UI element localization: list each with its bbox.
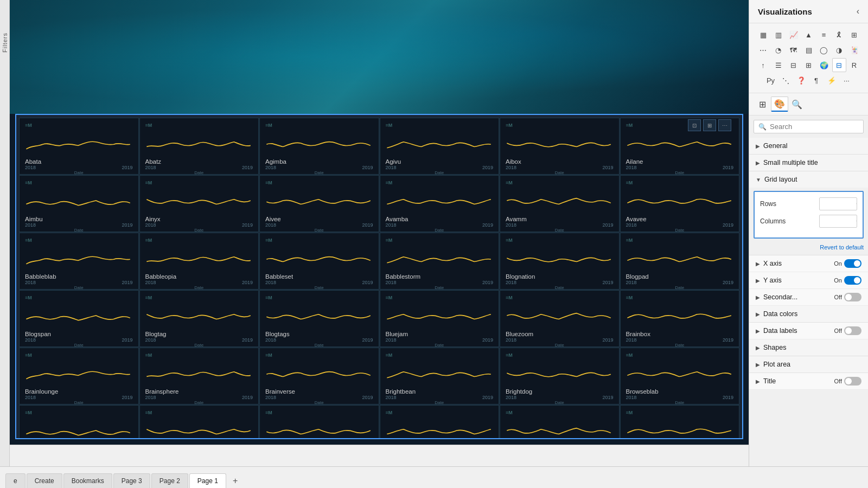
tab-page-3[interactable]: Page 3 (113, 473, 150, 488)
viz-container[interactable]: ⊡ ⊞ ⋯ ≡M Abata 2018 2019 Date (15, 114, 743, 439)
viz-icon-matrix[interactable]: ⊞ (802, 58, 816, 72)
viz-icon-slicer[interactable]: ☰ (771, 58, 786, 72)
section-shapes-header[interactable]: ▶ Shapes (749, 339, 868, 356)
viz-icon-py[interactable]: Py (764, 73, 778, 87)
title-toggle[interactable] (844, 377, 861, 386)
title-section-header[interactable]: ▶ Title (756, 377, 834, 385)
viz-cell[interactable]: ≡M Blogtag 2018 2019 Date (139, 290, 259, 347)
rows-spinbox[interactable]: ▲ ▼ (819, 197, 857, 210)
viz-icon-filledmap[interactable]: 🌍 (817, 58, 831, 72)
viz-icon-more[interactable]: ··· (840, 73, 854, 87)
tab-add-button[interactable]: + (227, 474, 243, 488)
dl-toggle[interactable] (844, 326, 861, 335)
viz-icon-smallmultiple[interactable]: ⊟ (832, 58, 846, 72)
analytics-icon[interactable]: 🔍 (788, 97, 806, 112)
section-general-header[interactable]: ▶ General (749, 138, 868, 154)
secondary-toggle[interactable] (844, 293, 861, 301)
viz-cell[interactable]: ≡M Agimba 2018 2019 Date (259, 118, 379, 175)
viz-cell[interactable]: ≡M Browsezoom 2018 2019 Date (500, 405, 620, 438)
viz-cell[interactable]: ≡M Brightdog 2018 2019 Date (500, 348, 620, 404)
fields-icon[interactable]: ⊞ (754, 97, 771, 112)
viz-cell[interactable]: ≡M Brainbox 2018 2019 Date (620, 290, 740, 347)
tab-page-1[interactable]: Page 1 (189, 473, 226, 488)
viz-cell[interactable]: ≡M Avavee 2018 2019 Date (620, 175, 740, 232)
viz-icon-donut[interactable]: ◯ (817, 43, 831, 57)
viz-icon-narrative[interactable]: ¶ (809, 73, 824, 87)
viz-cell[interactable]: ≡M Browsecat 2018 2019 Date (139, 405, 259, 438)
viz-icon-table[interactable]: ⊟ (787, 58, 801, 72)
viz-icon-decomp[interactable]: ⋱ (779, 73, 793, 87)
viz-cell[interactable]: ≡M Brightbean 2018 2019 Date (380, 348, 500, 404)
viz-icon-bar[interactable]: ▦ (756, 28, 770, 42)
viz-cell[interactable]: ≡M Brainsphere 2018 2019 Date (139, 348, 259, 404)
viz-icon-gauge[interactable]: ◑ (832, 43, 846, 57)
viz-cell[interactable]: ≡M Blogpad 2018 2019 Date (620, 233, 740, 290)
viz-cell[interactable]: ≡M Aimbu 2018 2019 Date (19, 175, 139, 232)
viz-cell[interactable]: ≡M Aibox 2018 2019 Date (500, 118, 620, 175)
viz-ctrl-1[interactable]: ⊡ (688, 119, 701, 131)
viz-icon-waterfall[interactable]: ⊞ (847, 28, 861, 42)
x-axis-section-header[interactable]: ▶ X axis (756, 260, 834, 267)
viz-icon-ribbon[interactable]: 🎗 (832, 28, 846, 42)
viz-cell[interactable]: ≡M Blogspan 2018 2019 Date (19, 290, 139, 347)
section-gl-header[interactable]: ▼ Grid layout (749, 171, 868, 188)
viz-cell[interactable]: ≡M Bluezoom 2018 2019 Date (500, 290, 620, 347)
viz-cell[interactable]: ≡M Aivee 2018 2019 Date (259, 175, 379, 232)
rows-value[interactable] (820, 198, 857, 209)
yaxis-toggle[interactable] (844, 276, 861, 285)
viz-cell[interactable]: ≡M Browsebug 2018 2019 Date (19, 405, 139, 438)
columns-value[interactable] (820, 216, 857, 227)
viz-cell[interactable]: ≡M Avamba 2018 2019 Date (380, 175, 500, 232)
viz-cell[interactable]: ≡M Bluejam 2018 2019 Date (380, 290, 500, 347)
tab-create[interactable]: Create (27, 473, 62, 488)
viz-cell[interactable]: ≡M Browseblab 2018 2019 Date (620, 348, 740, 404)
viz-cell[interactable]: ≡M Agivu 2018 2019 Date (380, 118, 500, 175)
section-pa-header[interactable]: ▶ Plot area (749, 356, 868, 373)
search-input[interactable] (770, 123, 859, 131)
viz-icon-map[interactable]: 🗺 (787, 43, 801, 57)
section-dc-header[interactable]: ▶ Data colors (749, 306, 868, 322)
viz-icon-r[interactable]: R (847, 58, 861, 72)
xaxis-toggle[interactable] (844, 259, 861, 268)
viz-cell[interactable]: ≡M Avamm 2018 2019 Date (500, 175, 620, 232)
tab-e[interactable]: e (5, 473, 25, 488)
date-end: 2019 (723, 165, 733, 170)
viz-icon-smart[interactable]: ⚡ (825, 73, 839, 87)
viz-icon-kpi[interactable]: ↑ (756, 58, 770, 72)
tab-bookmarks[interactable]: Bookmarks (63, 473, 112, 488)
revert-to-default[interactable]: Revert to default (749, 242, 868, 255)
columns-spinbox[interactable]: ▲ ▼ (819, 215, 857, 228)
viz-ctrl-2[interactable]: ⊞ (703, 119, 716, 131)
viz-cell[interactable]: ≡M Babbleopia 2018 2019 Date (139, 233, 259, 290)
viz-icon-pie[interactable]: ◔ (771, 43, 786, 57)
viz-icon-treemap[interactable]: ▤ (802, 43, 816, 57)
viz-icon-line[interactable]: 📈 (787, 28, 801, 42)
viz-cell[interactable]: ≡M Abatz 2018 2019 Date (139, 118, 259, 175)
viz-cell[interactable]: ≡M Abata 2018 2019 Date (19, 118, 139, 175)
section-smt-header[interactable]: ▶ Small multiple title (749, 155, 868, 171)
dl-section-header[interactable]: ▶ Data labels (756, 327, 834, 335)
viz-icon-card[interactable]: 🃏 (847, 43, 861, 57)
viz-cell[interactable]: ≡M Browsedrive 2018 2019 Date (259, 405, 379, 438)
secondary-section-header[interactable]: ▶ Secondar... (756, 293, 834, 301)
viz-cell[interactable]: ≡M Browsetype 2018 2019 Date (380, 405, 500, 438)
format-icon[interactable]: 🎨 (771, 97, 788, 112)
viz-cell[interactable]: ≡M Blogtags 2018 2019 Date (259, 290, 379, 347)
viz-cell[interactable]: ≡M Babbleblab 2018 2019 Date (19, 233, 139, 290)
panel-collapse-btn[interactable]: ‹ (857, 7, 859, 16)
viz-cell[interactable]: ≡M Brainlounge 2018 2019 Date (19, 348, 139, 404)
viz-icon-qa[interactable]: ❓ (794, 73, 808, 87)
viz-cell[interactable]: ≡M Babblestorm 2018 2019 Date (380, 233, 500, 290)
tab-page-2[interactable]: Page 2 (151, 473, 188, 488)
viz-icon-stack[interactable]: ≡ (817, 28, 831, 42)
viz-icon-scatter[interactable]: ⋯ (756, 43, 770, 57)
viz-cell[interactable]: ≡M Babbleset 2018 2019 Date (259, 233, 379, 290)
viz-icon-area[interactable]: ▲ (802, 28, 816, 42)
viz-icon-col[interactable]: ▥ (771, 28, 786, 42)
viz-cell[interactable]: ≡M Blognation 2018 2019 Date (500, 233, 620, 290)
y-axis-section-header[interactable]: ▶ Y axis (756, 277, 834, 284)
viz-cell[interactable]: ≡M Brainverse 2018 2019 Date (259, 348, 379, 404)
viz-cell[interactable]: ≡M Bubblebox 2018 2019 Date (620, 405, 740, 438)
viz-ctrl-3[interactable]: ⋯ (718, 119, 731, 131)
viz-cell[interactable]: ≡M Ainyx 2018 2019 Date (139, 175, 259, 232)
